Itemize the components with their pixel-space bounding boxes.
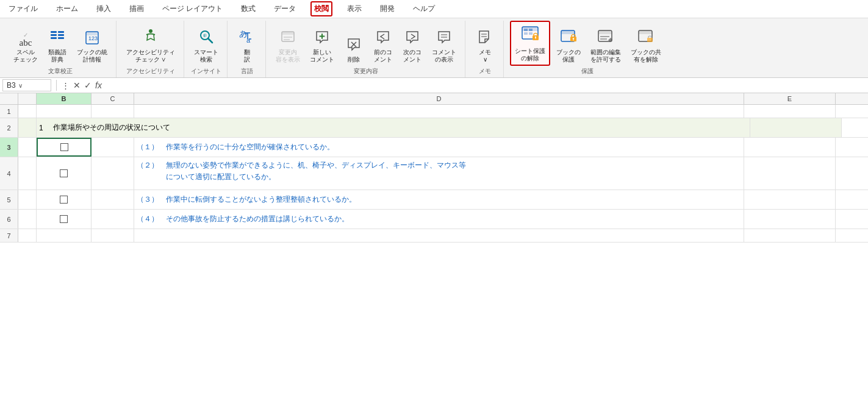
svg-rect-31 xyxy=(529,29,533,31)
unprotect-sheet-icon xyxy=(520,24,540,46)
cell-d4[interactable]: （２） 無理のない姿勢で作業ができるように、机、椅子や、ディスプレイ、キーボード… xyxy=(134,157,744,190)
accessibility-icon xyxy=(142,27,160,48)
unshare-workbook-icon xyxy=(637,28,655,48)
svg-rect-43 xyxy=(598,30,612,34)
cell-e2[interactable] xyxy=(750,118,842,137)
table-row: 5 （３） 作業中に転倒することがないよう整理整頓されているか。 xyxy=(0,190,868,210)
menu-page-layout[interactable]: ページ レイアウト xyxy=(159,1,226,16)
row-num-1: 1 xyxy=(0,105,18,118)
table-row: 2 1 作業場所やその周辺の状況について xyxy=(0,118,868,138)
cell-b7[interactable] xyxy=(37,229,91,242)
svg-point-9 xyxy=(149,29,152,33)
menu-review[interactable]: 校閲 xyxy=(310,1,332,16)
row-num-header xyxy=(0,93,18,104)
ribbon-group-memo: メモ∨ メモ xyxy=(467,21,504,77)
col-header-b[interactable]: B xyxy=(37,93,91,104)
cell-d7[interactable] xyxy=(134,229,744,242)
checkbox-b3[interactable] xyxy=(60,143,68,151)
menu-help[interactable]: ヘルプ xyxy=(409,1,439,16)
group-label-language: 言語 xyxy=(234,66,260,77)
cell-b2-d2[interactable]: 1 作業場所やその周辺の状況について xyxy=(37,118,750,137)
col-header-c[interactable]: C xyxy=(91,93,134,104)
formula-bar-check-icon[interactable]: ✓ xyxy=(84,80,91,90)
spell-check-button[interactable]: ✓ abc スペルチェック xyxy=(10,30,41,66)
cell-c7[interactable] xyxy=(91,229,134,242)
cell-a2[interactable] xyxy=(18,118,37,137)
cell-a1[interactable] xyxy=(18,105,37,118)
cell-c5[interactable] xyxy=(91,190,134,209)
menu-develop[interactable]: 開発 xyxy=(376,1,398,16)
cell-a7[interactable] xyxy=(18,229,37,242)
translate-button[interactable]: あ a 翻訳 xyxy=(234,24,260,66)
protect-workbook-icon xyxy=(560,28,577,48)
formula-bar-fx-label[interactable]: fx xyxy=(95,80,102,90)
cell-b5[interactable] xyxy=(37,190,91,209)
show-changes-button[interactable]: 変更内容を表示 xyxy=(272,27,304,66)
cell-a4[interactable] xyxy=(18,157,37,190)
cell-c1[interactable] xyxy=(91,105,134,118)
cell-b4[interactable] xyxy=(37,157,91,190)
cell-c3[interactable] xyxy=(91,138,134,157)
menu-home[interactable]: ホーム xyxy=(52,1,82,16)
memo-button[interactable]: メモ∨ xyxy=(472,26,498,66)
cell-b6[interactable] xyxy=(37,210,91,229)
menu-formula[interactable]: 数式 xyxy=(237,1,259,16)
show-changes-icon xyxy=(280,29,296,48)
svg-text:a: a xyxy=(246,37,251,44)
cell-e3[interactable] xyxy=(744,138,836,157)
menu-file[interactable]: ファイル xyxy=(5,1,41,16)
cell-b3[interactable] xyxy=(37,138,91,157)
cell-d3[interactable]: （１） 作業等を行うのに十分な空間が確保されているか。 xyxy=(134,138,744,157)
menu-data[interactable]: データ xyxy=(270,1,299,16)
cell-e7[interactable] xyxy=(744,229,836,242)
checkbox-b6[interactable] xyxy=(60,215,68,223)
cell-d6[interactable]: （４） その他事故を防止するための措置は講じられているか。 xyxy=(134,210,744,229)
workbook-stats-icon: 123 xyxy=(84,30,100,48)
group-label-changes: 変更内容 xyxy=(272,66,460,77)
checkbox-b4[interactable] xyxy=(60,169,68,177)
col-header-d[interactable]: D xyxy=(134,93,744,104)
workbook-stats-button[interactable]: 123 ブックの統計情報 xyxy=(73,27,111,66)
new-comment-button[interactable]: 新しいコメント xyxy=(306,27,338,66)
menu-draw[interactable]: 描画 xyxy=(126,1,148,16)
show-comment-icon xyxy=(436,29,452,48)
menu-view[interactable]: 表示 xyxy=(343,1,365,16)
formula-bar-more-icon[interactable]: ⋮ xyxy=(62,81,70,90)
svg-rect-0 xyxy=(51,31,57,33)
cell-c6[interactable] xyxy=(91,210,134,229)
show-comment-button[interactable]: コメントの表示 xyxy=(428,27,460,66)
smart-search-button[interactable]: i スマート検索 xyxy=(190,26,222,66)
menu-insert[interactable]: 挿入 xyxy=(93,1,115,16)
unshare-workbook-button[interactable]: ブックの共有を解除 xyxy=(627,26,665,66)
cell-ref-dropdown-icon[interactable]: ∨ xyxy=(18,82,23,89)
cell-reference-box[interactable]: B3 ∨ xyxy=(2,79,51,91)
cell-a5[interactable] xyxy=(18,190,37,209)
cell-e5[interactable] xyxy=(744,190,836,209)
allow-edit-ranges-button[interactable]: 範囲の編集を許可する xyxy=(587,26,625,66)
ribbon-group-proofreading: ✓ abc スペルチェック 類義語辞典 123 xyxy=(5,21,117,77)
checkbox-b5[interactable] xyxy=(60,196,68,204)
col-header-e[interactable]: E xyxy=(744,93,836,104)
delete-button[interactable]: 削除 xyxy=(340,34,367,66)
unprotect-sheet-button[interactable]: シート保護の解除 xyxy=(510,21,550,66)
cell-a6[interactable] xyxy=(18,210,37,229)
formula-input[interactable] xyxy=(107,80,866,91)
cell-b1[interactable] xyxy=(37,105,91,118)
accessibility-check-button[interactable]: アクセシビリティチェック ∨ xyxy=(123,24,179,66)
cell-c4[interactable] xyxy=(91,157,134,190)
next-comment-button[interactable]: 次のコメント xyxy=(399,27,426,66)
cell-e6[interactable] xyxy=(744,210,836,229)
cell-d5[interactable]: （３） 作業中に転倒することがないよう整理整頓されているか。 xyxy=(134,190,744,209)
cell-d1[interactable] xyxy=(134,105,744,118)
prev-comment-button[interactable]: 前のコメント xyxy=(370,27,396,66)
cell-e1[interactable] xyxy=(744,105,836,118)
col-header-a[interactable] xyxy=(18,93,37,104)
translate-icon: あ a xyxy=(238,27,256,48)
cell-e4[interactable] xyxy=(744,157,836,190)
protect-workbook-button[interactable]: ブックの保護 xyxy=(553,26,584,66)
thesaurus-button[interactable]: 類義語辞典 xyxy=(44,27,71,66)
svg-rect-8 xyxy=(86,32,98,35)
group-label-insight: インサイト xyxy=(190,66,222,77)
cell-a3[interactable] xyxy=(18,138,37,157)
formula-bar-cross-icon[interactable]: ✕ xyxy=(73,80,81,90)
